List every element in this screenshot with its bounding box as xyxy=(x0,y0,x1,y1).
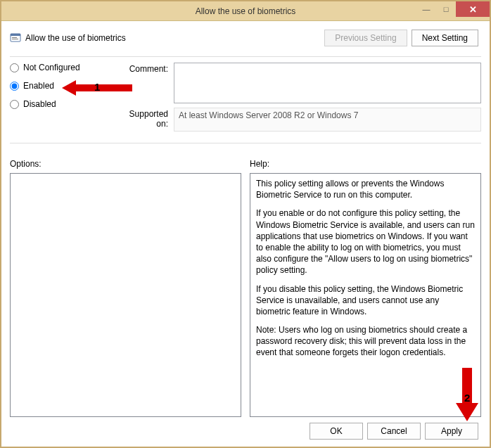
cancel-button[interactable]: Cancel xyxy=(367,423,421,440)
lower-panels: Options: Help: This policy setting allow… xyxy=(10,159,481,417)
options-label: Options: xyxy=(10,159,241,169)
nav-buttons: Previous Setting Next Setting xyxy=(324,30,478,46)
header-left: Allow the use of biometrics xyxy=(10,32,126,44)
minimize-button[interactable]: — xyxy=(416,1,436,17)
divider-2 xyxy=(10,143,481,143)
radio-enabled-label: Enabled xyxy=(23,81,54,91)
help-paragraph: If you disable this policy setting, the … xyxy=(256,283,475,318)
radio-not-configured-input[interactable] xyxy=(10,63,19,72)
divider xyxy=(10,56,481,57)
radio-enabled[interactable]: Enabled xyxy=(10,81,108,91)
options-column: Options: xyxy=(10,159,241,417)
radio-disabled-input[interactable] xyxy=(10,100,19,109)
ok-button[interactable]: OK xyxy=(310,423,363,440)
help-box: This policy setting allows or prevents t… xyxy=(250,173,481,417)
radio-disabled[interactable]: Disabled xyxy=(10,99,108,109)
comment-row: Comment: xyxy=(115,63,481,103)
window-controls: — □ ✕ xyxy=(416,1,490,17)
policy-title: Allow the use of biometrics xyxy=(25,33,126,43)
radio-enabled-input[interactable] xyxy=(10,82,19,91)
help-paragraph: This policy setting allows or prevents t… xyxy=(256,178,475,200)
radio-group: Not Configured Enabled Disabled xyxy=(10,63,108,136)
supported-label: Supported on: xyxy=(115,108,168,132)
help-column: Help: This policy setting allows or prev… xyxy=(250,159,481,417)
supported-on-value: At least Windows Server 2008 R2 or Windo… xyxy=(174,108,481,132)
previous-setting-button: Previous Setting xyxy=(324,30,407,46)
svg-rect-2 xyxy=(12,37,17,38)
titlebar: Allow the use of biometrics — □ ✕ xyxy=(1,1,490,21)
supported-row: Supported on: At least Windows Server 20… xyxy=(115,108,481,132)
comment-label: Comment: xyxy=(115,63,168,103)
policy-icon xyxy=(10,32,21,44)
content-area: Allow the use of biometrics Previous Set… xyxy=(1,21,490,447)
comment-textarea[interactable] xyxy=(174,63,481,103)
radio-disabled-label: Disabled xyxy=(23,99,56,109)
maximize-button[interactable]: □ xyxy=(436,1,456,17)
radio-not-configured[interactable]: Not Configured xyxy=(10,63,108,72)
window-title: Allow the use of biometrics xyxy=(196,6,296,16)
footer-buttons: OK Cancel Apply xyxy=(10,417,481,440)
radio-not-configured-label: Not Configured xyxy=(23,63,80,72)
svg-rect-1 xyxy=(11,34,20,36)
help-label: Help: xyxy=(250,159,481,169)
help-paragraph: Note: Users who log on using biometrics … xyxy=(256,324,475,359)
svg-rect-3 xyxy=(12,39,18,39)
apply-button[interactable]: Apply xyxy=(425,423,478,440)
comment-column: Comment: Supported on: At least Windows … xyxy=(115,63,481,136)
next-setting-button[interactable]: Next Setting xyxy=(412,30,478,46)
help-paragraph: If you enable or do not configure this p… xyxy=(256,207,475,276)
options-box xyxy=(10,173,241,417)
close-button[interactable]: ✕ xyxy=(456,1,490,17)
header-row: Allow the use of biometrics Previous Set… xyxy=(10,27,481,46)
config-row: Not Configured Enabled Disabled Comment:… xyxy=(10,63,481,136)
